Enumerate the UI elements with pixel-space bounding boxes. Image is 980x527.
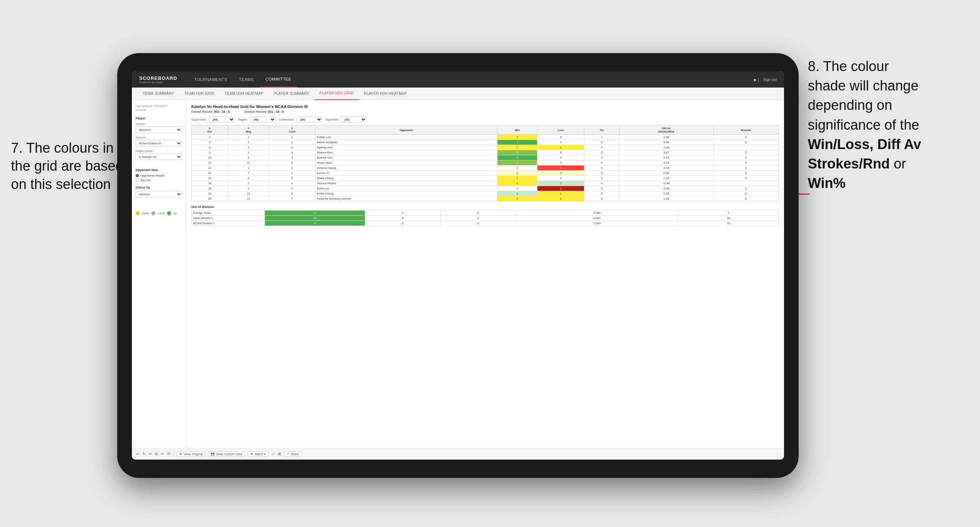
- cell-div: 11: [192, 160, 228, 165]
- region-filter-select[interactable]: (All): [250, 116, 276, 122]
- undo-icon[interactable]: ↩: [136, 452, 140, 456]
- cell-opponent: Sharon Mun: [315, 150, 497, 155]
- cell-tie: 0: [441, 211, 516, 216]
- colour-label-level: Level: [158, 212, 164, 215]
- cell-reg: 2: [228, 140, 269, 145]
- cell-tie: 0: [584, 145, 619, 150]
- top-navigation: SCOREBOARD Powered by clippd TOURNAMENTS…: [132, 71, 784, 87]
- cell-div: 20: [192, 196, 228, 202]
- watch-button[interactable]: 👁 Watch ▾: [248, 451, 269, 457]
- nav-tournaments[interactable]: TOURNAMENTS: [188, 71, 233, 87]
- cell-loss: 1: [538, 191, 584, 196]
- player-rank-select[interactable]: 8. Katelyn Vo: [135, 154, 182, 160]
- cell-opponent: Stella Cheng: [315, 176, 497, 181]
- grid-icon[interactable]: ⊞: [278, 452, 281, 456]
- cell-conf: 4: [269, 171, 315, 176]
- cell-rounds: 4: [713, 135, 778, 140]
- cell-diff: -0.94: [619, 181, 713, 186]
- cell-conf: 2: [269, 140, 315, 145]
- sub-nav-player-h2h-grid[interactable]: PLAYER H2H GRID: [314, 87, 359, 100]
- sidebar: Last Updated: 27/03/202416:55:38 Player …: [132, 100, 186, 448]
- opponents-filter-label: Opponents:: [191, 118, 206, 121]
- cell-rounds: 3: [713, 160, 778, 165]
- copy-icon[interactable]: ⧉: [155, 452, 158, 456]
- player-section-title: Player: [135, 116, 182, 120]
- view-original-button[interactable]: 👁 View: Original: [177, 451, 205, 457]
- radio-opponents-played[interactable]: Opponents Played: [135, 174, 182, 177]
- cell-opponent: Jessica Mason: [315, 181, 497, 186]
- sub-nav-team-h2h-grid[interactable]: TEAM H2H GRID: [179, 87, 220, 100]
- division-label: Division: [135, 136, 182, 139]
- cell-reg: 11: [228, 160, 269, 165]
- annotation-left: 7. The colours in the grid are based on …: [11, 139, 135, 194]
- colour-label-down: Down: [142, 212, 149, 215]
- cell-rounds: 4: [713, 155, 778, 160]
- opponent-filter-label: Opponent: [325, 118, 338, 121]
- cell-diff: 4.00: [619, 140, 713, 145]
- cell-tie: 1: [584, 135, 619, 140]
- sub-nav-player-summary[interactable]: PLAYER SUMMARY: [269, 87, 314, 100]
- cell-rounds: 2: [678, 211, 779, 216]
- refresh-icon[interactable]: ⟳: [167, 452, 170, 456]
- sub-nav-team-summary[interactable]: TEAM SUMMARY: [138, 87, 179, 100]
- nav-committee[interactable]: COMMITTEE: [260, 71, 298, 87]
- cell-div: 15: [192, 176, 228, 181]
- cell-tie: 0: [584, 196, 619, 202]
- table-row: 5 2 2 Alexis Sudijanto 1 0 0 4.00 3: [192, 140, 779, 145]
- conference-filter-select[interactable]: (All): [297, 116, 322, 122]
- table-row: NAIA Division 1 15 0 0 9.267 30: [192, 216, 779, 221]
- logo-sub: Powered by clippd: [139, 81, 177, 84]
- save-custom-view-button[interactable]: 💾 Save Custom View: [208, 451, 245, 457]
- filter-row: Opponents: (All) Region (All) Conference…: [191, 116, 779, 122]
- cell-conf: 4: [269, 150, 315, 155]
- cell-tie: 0: [441, 216, 516, 221]
- cell-conf: 5: [269, 176, 315, 181]
- cell-rounds: 11: [713, 191, 778, 196]
- th-tie: Tie: [584, 125, 619, 135]
- bottom-toolbar: ↩ ↻ ↩ ⧉ ✂ ⟳ 👁 View: Original 💾 Save Cust…: [132, 448, 784, 460]
- logo-area: SCOREBOARD Powered by clippd: [139, 75, 177, 84]
- table-row: 15 8 5 Stella Cheng 1 0 0 1.25 4: [192, 176, 779, 181]
- sub-nav-player-h2h-heatmap[interactable]: PLAYER H2H HEATMAP: [359, 87, 412, 100]
- cell-loss: 0: [365, 216, 441, 221]
- cell-reg: 6: [228, 155, 269, 160]
- share-button[interactable]: ↗ Share: [284, 451, 302, 457]
- th-div: #Div: [192, 125, 228, 135]
- nav-items: TOURNAMENTS TEAMS COMMITTEE: [188, 71, 754, 87]
- th-loss: Loss: [538, 125, 584, 135]
- cell-conf: 1: [269, 181, 315, 186]
- sign-out-link[interactable]: Sign out: [763, 78, 777, 82]
- cell-reg: 1: [228, 135, 269, 140]
- cell-diff: -5.00: [619, 186, 713, 191]
- grid-title: Katelyn Vo Head-to-Head Grid for Women's…: [191, 105, 779, 109]
- division-select[interactable]: NCAA Division III: [135, 140, 182, 146]
- overall-record: Overall Record: 353 - 34 - 6: [191, 110, 230, 114]
- opponent-filter-select[interactable]: (All): [341, 116, 367, 122]
- cell-loss: 0: [538, 150, 584, 155]
- nav-teams[interactable]: TEAMS: [233, 71, 259, 87]
- cell-opponent: Emily Chang: [315, 191, 497, 196]
- cell-win: 1: [497, 135, 538, 140]
- colour-dot-up: [167, 211, 171, 215]
- colour-legend: Down Level Up: [135, 211, 182, 215]
- cell-reg: 1: [228, 181, 269, 186]
- colour-by-select[interactable]: Win/loss: [135, 191, 182, 197]
- cell-loss: 0: [538, 140, 584, 145]
- redo-icon[interactable]: ↻: [143, 452, 146, 456]
- cell-rounds: 4: [713, 176, 778, 181]
- th-conf: #Conf: [269, 125, 315, 135]
- opponents-filter-select[interactable]: (All): [209, 116, 235, 122]
- cell-rounds: 2: [713, 186, 778, 191]
- radio-top-100[interactable]: Top 100: [135, 179, 182, 182]
- sub-nav-team-h2h-heatmap[interactable]: TEAM H2H HEATMAP: [220, 87, 269, 100]
- gender-select[interactable]: Women's: [135, 126, 182, 133]
- opponent-view-title: Opponent view: [135, 168, 182, 172]
- cell-win: 1: [497, 145, 538, 150]
- expand-icon[interactable]: ⤢: [272, 452, 275, 456]
- cell-opponent: NCAA Division 2: [192, 221, 265, 226]
- undo2-icon[interactable]: ↩: [149, 452, 152, 456]
- cut-icon[interactable]: ✂: [161, 452, 164, 456]
- cell-opponent: Heejo Hyun: [315, 160, 497, 165]
- table-row: 3 1 1 Esther Lee 1 0 1 1.50 4: [192, 135, 779, 140]
- cell-reg: 1: [228, 150, 269, 155]
